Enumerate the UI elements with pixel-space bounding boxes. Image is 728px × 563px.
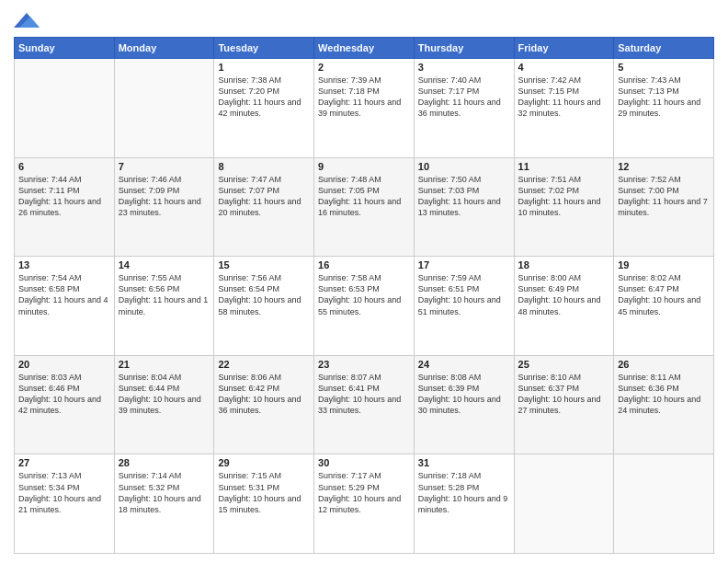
day-number: 22: [218, 359, 310, 370]
calendar-cell: 27Sunrise: 7:13 AMSunset: 5:34 PMDayligh…: [15, 454, 115, 554]
calendar-cell: 18Sunrise: 8:00 AMSunset: 6:49 PMDayligh…: [514, 257, 614, 356]
weekday-header-tuesday: Tuesday: [214, 38, 314, 59]
day-number: 24: [418, 359, 510, 370]
day-number: 8: [218, 161, 310, 172]
day-detail: Sunrise: 8:07 AMSunset: 6:41 PMDaylight:…: [318, 372, 410, 417]
day-detail: Sunrise: 7:18 AMSunset: 5:28 PMDaylight:…: [418, 470, 510, 515]
day-detail: Sunrise: 8:03 AMSunset: 6:46 PMDaylight:…: [18, 372, 110, 417]
day-detail: Sunrise: 8:10 AMSunset: 6:37 PMDaylight:…: [518, 372, 610, 417]
day-number: 15: [218, 259, 310, 270]
day-number: 3: [418, 62, 510, 73]
calendar-cell: 11Sunrise: 7:51 AMSunset: 7:02 PMDayligh…: [514, 157, 614, 257]
day-number: 9: [318, 161, 410, 172]
calendar-cell: 6Sunrise: 7:44 AMSunset: 7:11 PMDaylight…: [15, 157, 115, 257]
day-number: 25: [518, 359, 610, 370]
calendar-cell: [514, 454, 614, 554]
day-detail: Sunrise: 8:04 AMSunset: 6:44 PMDaylight:…: [119, 372, 210, 417]
day-number: 18: [518, 259, 610, 270]
calendar-cell: 15Sunrise: 7:56 AMSunset: 6:54 PMDayligh…: [214, 257, 314, 356]
day-detail: Sunrise: 7:15 AMSunset: 5:31 PMDaylight:…: [218, 470, 310, 515]
calendar-week-5: 27Sunrise: 7:13 AMSunset: 5:34 PMDayligh…: [15, 454, 714, 554]
calendar-cell: [614, 454, 714, 554]
day-number: 4: [518, 62, 610, 73]
calendar-cell: 16Sunrise: 7:58 AMSunset: 6:53 PMDayligh…: [314, 257, 415, 356]
calendar-cell: 1Sunrise: 7:38 AMSunset: 7:20 PMDaylight…: [214, 59, 314, 158]
calendar-table: SundayMondayTuesdayWednesdayThursdayFrid…: [14, 37, 714, 554]
calendar-cell: 23Sunrise: 8:07 AMSunset: 6:41 PMDayligh…: [314, 355, 415, 454]
day-number: 12: [618, 161, 710, 172]
weekday-header-wednesday: Wednesday: [314, 38, 415, 59]
calendar-cell: 24Sunrise: 8:08 AMSunset: 6:39 PMDayligh…: [414, 355, 514, 454]
day-detail: Sunrise: 7:42 AMSunset: 7:15 PMDaylight:…: [518, 75, 610, 120]
day-detail: Sunrise: 8:00 AMSunset: 6:49 PMDaylight:…: [518, 272, 610, 317]
weekday-header-saturday: Saturday: [614, 38, 714, 59]
day-detail: Sunrise: 7:13 AMSunset: 5:34 PMDaylight:…: [18, 470, 110, 515]
day-detail: Sunrise: 7:43 AMSunset: 7:13 PMDaylight:…: [618, 75, 710, 120]
day-detail: Sunrise: 7:39 AMSunset: 7:18 PMDaylight:…: [318, 75, 410, 120]
calendar-cell: 12Sunrise: 7:52 AMSunset: 7:00 PMDayligh…: [614, 157, 714, 257]
day-number: 6: [18, 161, 110, 172]
day-detail: Sunrise: 7:44 AMSunset: 7:11 PMDaylight:…: [18, 174, 110, 219]
calendar-week-2: 6Sunrise: 7:44 AMSunset: 7:11 PMDaylight…: [15, 157, 714, 257]
calendar-cell: 10Sunrise: 7:50 AMSunset: 7:03 PMDayligh…: [414, 157, 514, 257]
day-detail: Sunrise: 8:11 AMSunset: 6:36 PMDaylight:…: [618, 372, 710, 417]
logo-icon: [14, 9, 40, 31]
calendar-cell: 13Sunrise: 7:54 AMSunset: 6:58 PMDayligh…: [15, 257, 115, 356]
calendar-week-4: 20Sunrise: 8:03 AMSunset: 6:46 PMDayligh…: [15, 355, 714, 454]
day-number: 29: [218, 457, 310, 468]
weekday-header-friday: Friday: [514, 38, 614, 59]
calendar-cell: 9Sunrise: 7:48 AMSunset: 7:05 PMDaylight…: [314, 157, 415, 257]
day-number: 28: [119, 457, 210, 468]
calendar-cell: [114, 59, 214, 158]
day-detail: Sunrise: 7:40 AMSunset: 7:17 PMDaylight:…: [418, 75, 510, 120]
day-number: 13: [18, 259, 110, 270]
day-number: 2: [318, 62, 410, 73]
day-number: 30: [318, 457, 410, 468]
calendar-cell: 26Sunrise: 8:11 AMSunset: 6:36 PMDayligh…: [614, 355, 714, 454]
calendar-week-3: 13Sunrise: 7:54 AMSunset: 6:58 PMDayligh…: [15, 257, 714, 356]
calendar-cell: 31Sunrise: 7:18 AMSunset: 5:28 PMDayligh…: [414, 454, 514, 554]
header: [14, 9, 714, 31]
day-detail: Sunrise: 7:52 AMSunset: 7:00 PMDaylight:…: [618, 174, 710, 219]
calendar-cell: [15, 59, 115, 158]
day-detail: Sunrise: 7:48 AMSunset: 7:05 PMDaylight:…: [318, 174, 410, 219]
day-detail: Sunrise: 7:58 AMSunset: 6:53 PMDaylight:…: [318, 272, 410, 317]
day-number: 10: [418, 161, 510, 172]
day-detail: Sunrise: 8:08 AMSunset: 6:39 PMDaylight:…: [418, 372, 510, 417]
calendar-cell: 7Sunrise: 7:46 AMSunset: 7:09 PMDaylight…: [114, 157, 214, 257]
day-number: 16: [318, 259, 410, 270]
day-number: 20: [18, 359, 110, 370]
page: SundayMondayTuesdayWednesdayThursdayFrid…: [0, 0, 728, 563]
calendar-cell: 19Sunrise: 8:02 AMSunset: 6:47 PMDayligh…: [614, 257, 714, 356]
day-number: 31: [418, 457, 510, 468]
day-detail: Sunrise: 7:14 AMSunset: 5:32 PMDaylight:…: [119, 470, 210, 515]
calendar-cell: 28Sunrise: 7:14 AMSunset: 5:32 PMDayligh…: [114, 454, 214, 554]
weekday-header-row: SundayMondayTuesdayWednesdayThursdayFrid…: [15, 38, 714, 59]
day-number: 26: [618, 359, 710, 370]
calendar-cell: 4Sunrise: 7:42 AMSunset: 7:15 PMDaylight…: [514, 59, 614, 158]
day-detail: Sunrise: 7:55 AMSunset: 6:56 PMDaylight:…: [119, 272, 210, 317]
day-detail: Sunrise: 7:47 AMSunset: 7:07 PMDaylight:…: [218, 174, 310, 219]
calendar-cell: 17Sunrise: 7:59 AMSunset: 6:51 PMDayligh…: [414, 257, 514, 356]
logo: [14, 9, 43, 31]
calendar-cell: 29Sunrise: 7:15 AMSunset: 5:31 PMDayligh…: [214, 454, 314, 554]
calendar-cell: 14Sunrise: 7:55 AMSunset: 6:56 PMDayligh…: [114, 257, 214, 356]
day-detail: Sunrise: 8:06 AMSunset: 6:42 PMDaylight:…: [218, 372, 310, 417]
calendar-cell: 2Sunrise: 7:39 AMSunset: 7:18 PMDaylight…: [314, 59, 415, 158]
calendar-cell: 25Sunrise: 8:10 AMSunset: 6:37 PMDayligh…: [514, 355, 614, 454]
weekday-header-thursday: Thursday: [414, 38, 514, 59]
day-detail: Sunrise: 7:59 AMSunset: 6:51 PMDaylight:…: [418, 272, 510, 317]
day-detail: Sunrise: 7:56 AMSunset: 6:54 PMDaylight:…: [218, 272, 310, 317]
day-number: 21: [119, 359, 210, 370]
day-number: 11: [518, 161, 610, 172]
day-detail: Sunrise: 7:54 AMSunset: 6:58 PMDaylight:…: [18, 272, 110, 317]
weekday-header-monday: Monday: [114, 38, 214, 59]
calendar-cell: 30Sunrise: 7:17 AMSunset: 5:29 PMDayligh…: [314, 454, 415, 554]
weekday-header-sunday: Sunday: [15, 38, 115, 59]
calendar-cell: 5Sunrise: 7:43 AMSunset: 7:13 PMDaylight…: [614, 59, 714, 158]
day-detail: Sunrise: 7:50 AMSunset: 7:03 PMDaylight:…: [418, 174, 510, 219]
day-detail: Sunrise: 8:02 AMSunset: 6:47 PMDaylight:…: [618, 272, 710, 317]
day-number: 7: [119, 161, 210, 172]
day-detail: Sunrise: 7:46 AMSunset: 7:09 PMDaylight:…: [119, 174, 210, 219]
day-number: 5: [618, 62, 710, 73]
